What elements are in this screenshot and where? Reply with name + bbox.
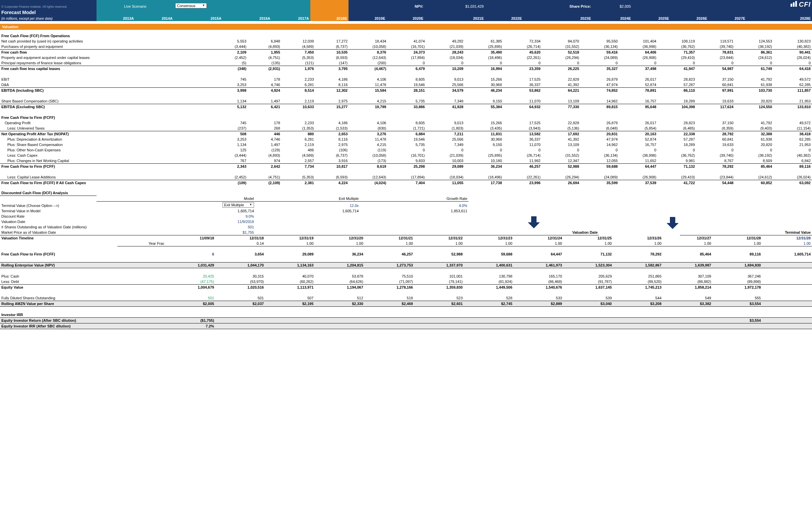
cfi-logo: CFI (791, 1, 811, 8)
terminal-value-dropdown[interactable]: Exit Multiple (223, 202, 254, 207)
row-ponc: Plus: Other Non-Cash Expenses 125(128)48… (0, 147, 812, 153)
copyright: © Corporate Finance Institute. All right… (1, 5, 95, 8)
live-scenario-label: Live Scenario (124, 4, 147, 8)
row-pecl: Property and equipment acquired under ca… (0, 55, 812, 60)
investor-irr-header: Investor IRR (0, 312, 97, 318)
row-ncpo: Net cash provided by (used in) operating… (0, 39, 812, 44)
year-header-row: (in millions, except per share data) 201… (0, 16, 812, 21)
row-ebit: EBIT 7451782,2334,1864,1068,6059,01315,2… (0, 77, 812, 82)
npv-label: NPV: (387, 0, 425, 9)
row-ultax: Less: Unlevered Taxes (237)268(1,353)(1,… (0, 125, 812, 131)
row-fcff: Free Cash Flow to Firm (FCFF) 2,3432,642… (0, 164, 812, 169)
row-ebitda-inc: EBITDA (Including SBC) 3,9984,9248,51412… (0, 88, 812, 94)
arrow-down-icon (666, 217, 679, 229)
row-prin: Principal repayments of finance lease ob… (0, 60, 812, 66)
row-ebitda-ex: EBITDA (Excluding SBC) 5,1326,42110,6331… (0, 104, 812, 110)
dcf-header: Discounted Cash Flow (DCF) Analysis (0, 190, 97, 196)
row-psbc: Plus: Share Based Compensation 1,1341,49… (0, 142, 812, 147)
row-da: D&A 3,2534,7466,2818,11611,47819,54625,5… (0, 82, 812, 88)
share-price-label: Share Price: (523, 0, 592, 9)
header-table: © Corporate Finance Institute. All right… (0, 0, 812, 21)
row-fcffac: Free Cash Flow to Firm (FCFF) If All Cas… (0, 180, 812, 186)
row-pnwc: Plus: Changes in Net Working Capital 767… (0, 158, 812, 164)
fcf-table: Free Cash Flow (FCF) From Operations Net… (0, 33, 812, 185)
valuation-section-header: Valuation (0, 24, 812, 30)
scenario-dropdown[interactable]: Consensus (175, 3, 207, 8)
row-lcla: Less: Capital Lease Additions (2,452)(4,… (0, 175, 812, 180)
timeline-table: Valuation Timeline 11/09/1812/31/1812/31… (0, 235, 812, 329)
share-price-value: $2,005 (593, 0, 632, 9)
dcf-area: Discounted Cash Flow (DCF) Analysis Mode… (0, 190, 812, 235)
page-subtitle: (in millions, except per share data) (1, 17, 53, 20)
fcff-header: Free Cash Flow to Firm (FCFF) (0, 115, 214, 120)
row-pda: Plus: Depreciation & Amortization 3,2534… (0, 137, 812, 142)
row-fcfcl: Free cash flow less capital leases (348)… (0, 66, 812, 72)
row-nopat: Net Operating Profit After Tax (NOPAT) 5… (0, 131, 812, 137)
row-sbc: Share Based Compensation (SBC) 1,1341,49… (0, 98, 812, 104)
fcf-ops-header: Free Cash Flow (FCF) From Operations (0, 33, 214, 39)
row-fcf: Free cash flow 2,1091,9557,45010,5358,37… (0, 49, 812, 55)
cfi-bars-icon (791, 1, 798, 8)
page-title: Forecast Model (1, 10, 36, 15)
row-ppe: Purchases of property and equipment (3,4… (0, 44, 812, 49)
row-lcapex: Less: Cash Capex (3,444)(4,893)(4,589)(6… (0, 153, 812, 158)
npv-value: $1,031,429 (425, 0, 485, 9)
arrow-down-icon (528, 216, 540, 228)
row-op: Operating Profit 7451782,2334,1864,1068,… (0, 120, 812, 125)
